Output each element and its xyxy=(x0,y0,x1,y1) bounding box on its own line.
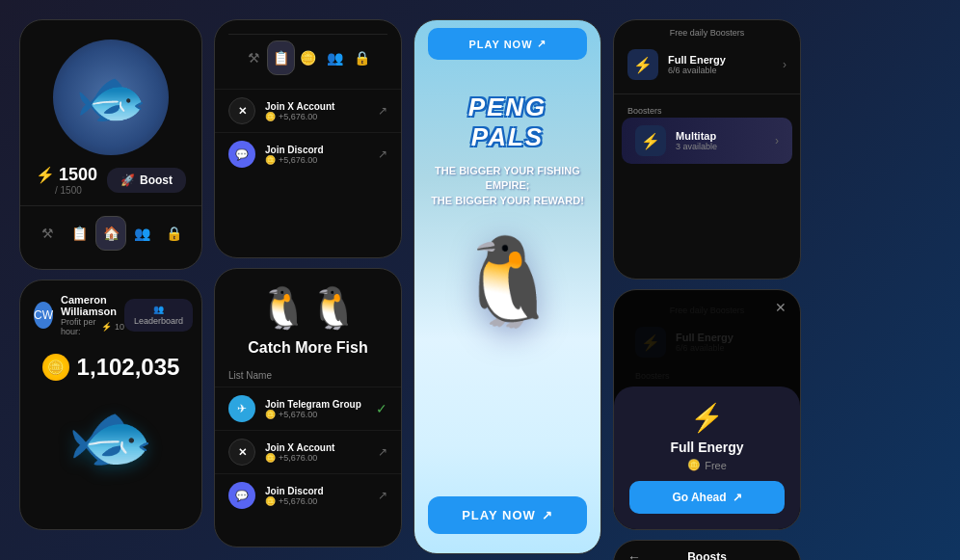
task-item-x[interactable]: ✕ Join X Account 🪙 +5,676.00 ↗ xyxy=(215,89,401,132)
penguin-left: 🐧 xyxy=(258,284,308,332)
task-telegram-text: Join Telegram Group 🪙 +5,676.00 xyxy=(265,399,366,419)
player-name: Cameron Williamson xyxy=(61,294,124,317)
nav-lock[interactable]: 🔒 xyxy=(158,216,190,251)
chevron-right-icon-2: › xyxy=(775,134,779,147)
external-link-icon: ↗ xyxy=(378,104,387,118)
nav-tasks-2[interactable]: 📋 xyxy=(267,40,295,75)
card-catch-fish: 🐧 🐧 Catch More Fish List Name ✈ Join Tel… xyxy=(214,268,402,547)
reward-coin-x2: 🪙 xyxy=(265,453,276,463)
big-penguin-image: 🐧 xyxy=(454,231,562,333)
bottom-nav: ⚒ 📋 🏠 👥 🔒 xyxy=(20,205,201,254)
play-now-button-top[interactable]: PLAY NOW ↗ xyxy=(428,28,587,60)
chevron-right-icon: › xyxy=(783,58,787,71)
task-discord-2[interactable]: 💬 Join Discord 🪙 +5,676.00 ↗ xyxy=(215,473,401,517)
column-3: PLAY NOW ↗ PENG PALS THE BIGGER YOUR FIS… xyxy=(413,19,601,554)
telegram-icon: ✈ xyxy=(228,395,255,422)
pengpals-logo: PENG PALS xyxy=(414,73,600,160)
player-avatar: CW xyxy=(34,302,53,329)
boosts-page-title: Boosts xyxy=(687,550,727,560)
go-ahead-arrow-icon: ↗ xyxy=(733,491,742,504)
task-discord-text-2: Join Discord 🪙 +5,676.00 xyxy=(265,486,368,506)
task-telegram[interactable]: ✈ Join Telegram Group 🪙 +5,676.00 ✓ xyxy=(215,387,401,430)
arrow-icon: ↗ xyxy=(542,508,553,522)
leaderboard-button[interactable]: 👥 Leaderboard xyxy=(124,299,193,332)
boosters-section-label: Boosters xyxy=(614,100,800,118)
fish-image: 🐟 xyxy=(75,64,147,132)
nav-coin-2[interactable]: 🪙 xyxy=(295,40,322,75)
profit-icon: ⚡ xyxy=(101,322,112,332)
nav-pickaxe-2[interactable]: ⚒ xyxy=(240,40,267,75)
leaderboard-icon: 👥 xyxy=(153,305,164,314)
rocket-icon: 🚀 xyxy=(120,173,135,187)
go-ahead-button[interactable]: Go Ahead ↗ xyxy=(629,481,785,514)
nav-pickaxe[interactable]: ⚒ xyxy=(32,216,64,251)
card-pengpals-promo: PLAY NOW ↗ PENG PALS THE BIGGER YOUR FIS… xyxy=(413,19,601,554)
tasks-header: ⚒ 📋 🪙 👥 🔒 xyxy=(215,20,401,89)
multitap-text: Multitap 3 available xyxy=(676,130,765,151)
card-tasks-top: ⚒ 📋 🪙 👥 🔒 ✕ Join X Account 🪙 +5,676.00 xyxy=(214,19,402,258)
lightning-icon: ⚡ xyxy=(36,166,55,184)
nav-home[interactable]: 🏠 xyxy=(95,216,127,251)
column-4: Free daily Boosters ⚡ Full Energy 6/6 av… xyxy=(613,19,801,560)
reward-coin-d2: 🪙 xyxy=(265,496,276,506)
reward-coin-icon: 🪙 xyxy=(265,112,276,121)
large-fish-image: 🐟 xyxy=(67,396,154,478)
task-x-account[interactable]: ✕ Join X Account 🪙 +5,676.00 ↗ xyxy=(215,430,401,473)
back-arrow-icon[interactable]: ← xyxy=(627,549,641,560)
arrow-icon-top: ↗ xyxy=(537,38,547,50)
coin-icon: 🪙 xyxy=(42,354,69,381)
fish-area: 🐟 xyxy=(20,396,201,478)
close-button[interactable]: ✕ xyxy=(775,300,787,315)
nav-lock-2[interactable]: 🔒 xyxy=(349,40,376,75)
boosts-header: ← Boosts xyxy=(614,541,800,560)
player-details: Cameron Williamson Profit per hour: ⚡ 10 xyxy=(61,294,124,336)
energy-value: ⚡ 1500 xyxy=(36,165,97,185)
external-link-icon-3: ↗ xyxy=(378,445,387,459)
list-name-label: List Name xyxy=(215,366,401,387)
daily-boosters-label: Free daily Boosters xyxy=(614,20,800,41)
discord-icon-2: 💬 xyxy=(228,482,255,509)
promo-penguin: 🐧 xyxy=(414,231,600,333)
task-x-text-2: Join X Account 🪙 +5,676.00 xyxy=(265,442,368,463)
card-full-energy-modal: Free daily Boosters ⚡ Full Energy 6/6 av… xyxy=(613,289,801,530)
full-energy-booster[interactable]: ⚡ Full Energy 6/6 available › xyxy=(614,41,800,88)
card-player-stats: CW Cameron Williamson Profit per hour: ⚡… xyxy=(19,280,202,530)
coin-balance: 🪙 1,102,035 xyxy=(20,344,201,388)
checkmark-icon: ✓ xyxy=(376,401,387,416)
catch-fish-header: 🐧 🐧 Catch More Fish xyxy=(215,269,401,366)
external-link-icon-4: ↗ xyxy=(378,489,387,502)
divider-1 xyxy=(614,93,800,94)
full-energy-text: Full Energy 6/6 available xyxy=(668,54,773,75)
modal-lightning-icon: ⚡ xyxy=(629,402,785,434)
energy-info: ⚡ 1500 / 1500 xyxy=(36,165,97,196)
modal-free-row: 🪙 Free xyxy=(629,459,785,471)
player-info: CW Cameron Williamson Profit per hour: ⚡… xyxy=(34,294,124,336)
task-item-discord[interactable]: 💬 Join Discord 🪙 +5,676.00 ↗ xyxy=(215,132,401,175)
fish-circle-bg: 🐟 xyxy=(53,40,169,155)
nav-friends-2[interactable]: 👥 xyxy=(322,40,349,75)
reward-coin-icon-2: 🪙 xyxy=(265,155,276,165)
top-nav-bar: ⚒ 📋 🪙 👥 🔒 xyxy=(228,34,387,81)
task-x-text: Join X Account 🪙 +5,676.00 xyxy=(265,101,368,121)
profit-row: Profit per hour: ⚡ 10 xyxy=(61,317,124,336)
coin-free-icon: 🪙 xyxy=(687,459,701,471)
energy-row: ⚡ 1500 / 1500 🚀 Boost xyxy=(20,165,201,196)
modal-sheet: ✕ ⚡ Full Energy 🪙 Free Go Ahead ↗ xyxy=(614,387,800,529)
external-link-icon-2: ↗ xyxy=(378,147,387,161)
card-boosts-detail: ← Boosts 🪙 1,102,035 Your Balance Free d… xyxy=(613,540,801,560)
twitter-icon-2: ✕ xyxy=(228,439,255,466)
nav-tasks[interactable]: 📋 xyxy=(64,216,95,251)
multitap-icon: ⚡ xyxy=(635,125,666,156)
player-header: CW Cameron Williamson Profit per hour: ⚡… xyxy=(20,280,201,344)
modal-overlay: ✕ ⚡ Full Energy 🪙 Free Go Ahead ↗ xyxy=(614,290,800,529)
promo-tagline: THE BIGGER YOUR FISHING EMPIRE; THE BIGG… xyxy=(414,160,600,212)
catch-title: Catch More Fish xyxy=(248,339,367,357)
card-boosters: Free daily Boosters ⚡ Full Energy 6/6 av… xyxy=(613,19,801,280)
play-now-button[interactable]: PLAY NOW ↗ xyxy=(428,496,587,534)
multitap-booster[interactable]: ⚡ Multitap 3 available › xyxy=(622,118,792,164)
twitter-icon: ✕ xyxy=(228,97,255,124)
modal-title: Full Energy xyxy=(629,440,785,455)
lightning-booster-icon: ⚡ xyxy=(627,49,658,80)
nav-friends[interactable]: 👥 xyxy=(126,216,158,251)
boost-button[interactable]: 🚀 Boost xyxy=(107,168,186,193)
